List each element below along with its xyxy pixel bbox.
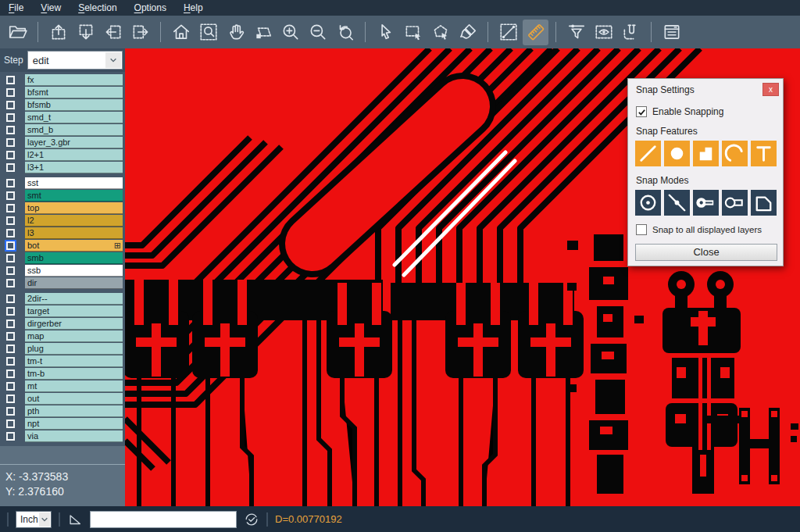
layer-label-l2[interactable]: l2 xyxy=(25,215,123,227)
snap-center-button[interactable] xyxy=(635,190,661,216)
layer-label-bfsmt[interactable]: bfsmt xyxy=(25,87,123,98)
layer-checkbox-smb[interactable] xyxy=(6,254,15,262)
layer-label-via[interactable]: via xyxy=(25,430,123,442)
layer-checkbox-tm-b[interactable] xyxy=(6,370,15,378)
layer-row-npt[interactable]: npt xyxy=(0,418,125,430)
zoom-previous-button[interactable] xyxy=(332,20,358,45)
layer-checkbox-bot[interactable] xyxy=(6,241,15,250)
snap-circle-button[interactable] xyxy=(664,141,690,166)
layer-label-pth[interactable]: pth xyxy=(25,405,123,417)
layer-checkbox-dirgerber[interactable] xyxy=(6,320,15,328)
pan-down-button[interactable] xyxy=(73,20,98,45)
layer-label-l3+1[interactable]: l3+1 xyxy=(25,162,123,173)
menu-help[interactable]: Help xyxy=(175,1,212,16)
layer-checkbox-tm-t[interactable] xyxy=(6,357,15,366)
layer-checkbox-sst[interactable] xyxy=(6,179,15,187)
menu-file[interactable]: File xyxy=(0,1,32,16)
pan-hand-button[interactable] xyxy=(223,20,248,45)
layer-label-ssb[interactable]: ssb xyxy=(25,265,123,277)
menu-view[interactable]: View xyxy=(32,1,70,16)
enable-snapping-checkbox[interactable] xyxy=(636,106,647,117)
layer-label-l3[interactable]: l3 xyxy=(25,227,123,239)
layer-row-dir[interactable]: dir xyxy=(0,277,125,289)
layer-row-l3+1[interactable]: l3+1 xyxy=(0,162,125,173)
layer-row-smd_t[interactable]: smd_t xyxy=(0,112,125,123)
layer-label-map[interactable]: map xyxy=(25,330,123,342)
select-pointer-button[interactable] xyxy=(373,20,398,45)
layer-row-ssb[interactable]: ssb xyxy=(0,265,125,277)
all-layers-checkbox[interactable] xyxy=(636,224,647,235)
snap-outline-button[interactable] xyxy=(751,190,777,216)
report-button[interactable] xyxy=(659,20,684,45)
menu-selection[interactable]: Selection xyxy=(70,1,125,16)
layer-label-bot[interactable]: bot⊞ xyxy=(25,240,123,252)
zoom-in-button[interactable] xyxy=(277,20,303,45)
layer-checkbox-top[interactable] xyxy=(6,204,15,212)
layer-label-bfsmb[interactable]: bfsmb xyxy=(25,99,123,111)
layer-checkbox-l3+1[interactable] xyxy=(6,163,15,172)
home-button[interactable] xyxy=(168,20,194,45)
pan-left-button[interactable] xyxy=(100,20,126,45)
layer-checkbox-target[interactable] xyxy=(6,307,15,316)
layer-row-tm-t[interactable]: tm-t xyxy=(0,355,125,367)
layer-row-layer_3.gbr[interactable]: layer_3.gbr xyxy=(0,137,125,148)
layer-label-dirgerber[interactable]: dirgerber xyxy=(25,318,123,330)
layer-row-target[interactable]: target xyxy=(0,305,125,317)
layer-label-smb[interactable]: smb xyxy=(25,252,123,264)
layer-checkbox-l3[interactable] xyxy=(6,229,15,237)
layer-checkbox-dir[interactable] xyxy=(6,279,15,287)
layer-label-sst[interactable]: sst xyxy=(25,177,123,189)
layer-label-l2+1[interactable]: l2+1 xyxy=(25,149,123,161)
snap-line-button[interactable] xyxy=(635,141,661,166)
layer-checkbox-bfsmb[interactable] xyxy=(6,101,15,109)
layer-checkbox-ssb[interactable] xyxy=(6,266,15,275)
layer-row-bfsmt[interactable]: bfsmt xyxy=(0,87,125,98)
layer-row-mt[interactable]: mt xyxy=(0,380,125,392)
layer-row-bfsmb[interactable]: bfsmb xyxy=(0,99,125,111)
layer-row-l3[interactable]: l3 xyxy=(0,227,125,239)
layer-checkbox-npt[interactable] xyxy=(6,420,15,428)
layer-row-smt[interactable]: smt xyxy=(0,190,125,202)
layer-row-pth[interactable]: pth xyxy=(0,405,125,417)
layer-checkbox-bfsmt[interactable] xyxy=(6,88,15,97)
snap-surface-button[interactable] xyxy=(693,141,719,166)
layer-checkbox-smt[interactable] xyxy=(6,191,15,200)
snap-dialog-titlebar[interactable]: Snap Settings x xyxy=(628,79,783,96)
layer-row-out[interactable]: out xyxy=(0,393,125,405)
layer-row-dirgerber[interactable]: dirgerber xyxy=(0,318,125,330)
layer-checkbox-map[interactable] xyxy=(6,332,15,341)
layer-label-target[interactable]: target xyxy=(25,305,123,317)
layer-checkbox-via[interactable] xyxy=(6,432,15,441)
filter-button[interactable] xyxy=(563,20,589,45)
layer-checkbox-fx[interactable] xyxy=(6,76,15,84)
snap-slot-outline-button[interactable] xyxy=(722,190,748,216)
layer-checkbox-2dir--[interactable] xyxy=(6,295,15,303)
layer-checkbox-smd_t[interactable] xyxy=(6,113,15,122)
layer-label-npt[interactable]: npt xyxy=(25,418,123,430)
layer-row-l2[interactable]: l2 xyxy=(0,215,125,227)
layer-row-smd_b[interactable]: smd_b xyxy=(0,124,125,136)
pan-right-button[interactable] xyxy=(127,20,153,45)
layer-label-top[interactable]: top xyxy=(25,202,123,214)
snap-slot-filled-button[interactable] xyxy=(693,190,719,216)
snap-arc-button[interactable] xyxy=(722,141,748,166)
layer-row-via[interactable]: via xyxy=(0,430,125,442)
select-polygon-button[interactable] xyxy=(427,20,453,45)
zoom-out-button[interactable] xyxy=(305,20,330,45)
layer-checkbox-l2+1[interactable] xyxy=(6,151,15,159)
brush-button[interactable] xyxy=(455,20,480,45)
layer-label-smt[interactable]: smt xyxy=(25,190,123,202)
layer-row-fx[interactable]: fx xyxy=(0,74,125,86)
layer-row-2dir--[interactable]: 2dir-- xyxy=(0,293,125,305)
unit-select[interactable]: Inch xyxy=(16,511,52,528)
layer-label-smd_t[interactable]: smd_t xyxy=(25,112,123,123)
layer-checkbox-smd_b[interactable] xyxy=(6,126,15,134)
menu-options[interactable]: Options xyxy=(126,1,175,16)
layer-row-bot[interactable]: bot⊞ xyxy=(0,240,125,252)
layer-row-map[interactable]: map xyxy=(0,330,125,342)
grid-icon[interactable]: ⊞ xyxy=(114,240,121,251)
step-select[interactable]: edit xyxy=(27,51,123,70)
layer-label-tm-t[interactable]: tm-t xyxy=(25,355,123,367)
layer-row-smb[interactable]: smb xyxy=(0,252,125,264)
layer-row-tm-b[interactable]: tm-b xyxy=(0,368,125,380)
